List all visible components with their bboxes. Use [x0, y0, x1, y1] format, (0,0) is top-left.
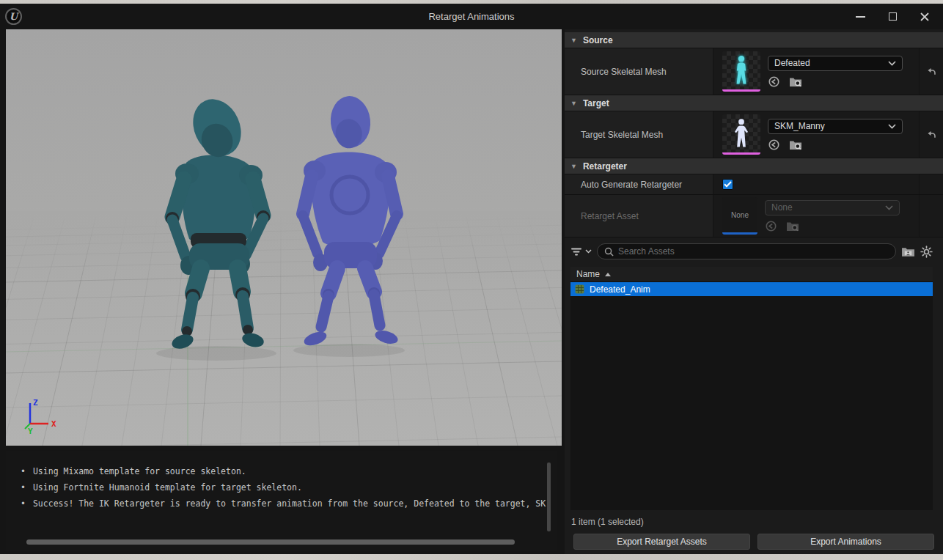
retarget-asset-dropdown: None	[765, 200, 900, 215]
retarget-animations-window: U Retarget Animations	[0, 4, 943, 554]
use-selected-asset-icon[interactable]	[768, 75, 780, 88]
characters-layer: Z X Y	[6, 29, 562, 446]
section-header-target[interactable]: ▼ Target	[565, 95, 943, 111]
source-mesh-dropdown[interactable]: Defeated	[768, 56, 903, 71]
retarget-asset-thumbnail[interactable]: None	[722, 197, 757, 235]
asset-list: Name Defeated_Anim	[570, 267, 933, 510]
filter-button[interactable]	[570, 246, 592, 257]
reset-to-default-icon[interactable]	[925, 66, 937, 77]
close-button[interactable]	[920, 12, 930, 22]
retarget-asset-row: Retarget Asset None None	[565, 195, 943, 237]
skeletal-mesh-color-bar	[722, 89, 760, 92]
name-column-header[interactable]: Name	[570, 267, 933, 282]
output-log: •Using Mixamo template for source skelet…	[6, 451, 557, 551]
search-assets-input[interactable]	[618, 246, 889, 257]
browse-to-asset-icon[interactable]	[789, 139, 802, 150]
settings-gear-icon[interactable]	[920, 246, 933, 258]
details-panel: ▼ Source Source Skeletal Mesh D	[565, 29, 943, 554]
axis-gizmo: Z X Y	[25, 398, 56, 436]
unreal-logo-icon: U	[5, 8, 22, 25]
export-animations-button[interactable]: Export Animations	[757, 534, 934, 550]
use-selected-asset-icon[interactable]	[768, 139, 780, 151]
chevron-down-icon	[585, 249, 592, 254]
log-vertical-scrollbar[interactable]	[547, 463, 551, 531]
log-line: •Using Mixamo template for source skelet…	[21, 463, 547, 479]
source-mesh-thumbnail[interactable]	[722, 51, 760, 92]
use-selected-asset-icon	[765, 220, 777, 232]
collapse-triangle-icon: ▼	[570, 100, 577, 107]
animation-asset-icon	[575, 284, 584, 294]
minimize-button[interactable]	[855, 12, 865, 22]
viewport-3d[interactable]: Z X Y	[6, 29, 562, 446]
property-label: Target Skeletal Mesh	[565, 111, 713, 158]
window-title: Retarget Animations	[0, 11, 943, 22]
folder-view-icon[interactable]	[901, 246, 915, 257]
property-label: Source Skeletal Mesh	[565, 48, 713, 95]
source-skeletal-mesh-row: Source Skeletal Mesh Defeated	[565, 48, 943, 95]
target-skeletal-mesh-row: Target Skeletal Mesh SKM_Manny	[565, 111, 943, 158]
auto-generate-checkbox[interactable]	[722, 179, 733, 190]
export-buttons-row: Export Retarget Assets Export Animations	[573, 534, 934, 554]
selection-status: 1 item (1 selected)	[571, 517, 943, 528]
source-character[interactable]	[166, 92, 270, 351]
search-icon	[604, 247, 614, 257]
target-mesh-dropdown[interactable]: SKM_Manny	[768, 119, 903, 134]
browse-to-asset-icon	[786, 220, 799, 232]
target-character[interactable]	[302, 94, 399, 348]
property-label: Retarget Asset	[565, 195, 713, 237]
target-mesh-thumbnail[interactable]	[722, 114, 760, 155]
log-line: •Using Fortnite Humanoid template for ta…	[21, 479, 547, 495]
export-retarget-assets-button[interactable]: Export Retarget Assets	[573, 534, 750, 550]
close-icon	[920, 12, 930, 22]
retargeter-color-bar	[722, 232, 757, 235]
browse-to-asset-icon[interactable]	[789, 75, 802, 87]
axis-z-label: Z	[33, 398, 38, 408]
log-line: •Success! The IK Retargeter is ready to …	[21, 495, 547, 512]
auto-generate-retargeter-row: Auto Generate Retargeter	[565, 174, 943, 195]
background-app-strip-bottom	[0, 554, 943, 560]
bullet-icon: •	[21, 482, 26, 493]
section-header-source[interactable]: ▼ Source	[565, 32, 943, 48]
chevron-down-icon	[888, 61, 896, 66]
asset-search-row	[570, 243, 933, 260]
axis-x-label: X	[51, 419, 56, 429]
target-mesh-figure-icon	[732, 118, 751, 149]
source-mesh-figure-icon	[732, 55, 751, 86]
bullet-icon: •	[21, 466, 26, 476]
log-horizontal-scrollbar[interactable]	[26, 539, 515, 545]
collapse-triangle-icon: ▼	[570, 163, 577, 170]
skeletal-mesh-color-bar	[722, 152, 760, 155]
check-icon	[724, 181, 732, 188]
reset-to-default-icon[interactable]	[925, 129, 937, 140]
chevron-down-icon	[885, 205, 893, 210]
title-bar[interactable]: U Retarget Animations	[0, 4, 943, 29]
collapse-triangle-icon: ▼	[570, 37, 577, 44]
property-label: Auto Generate Retargeter	[565, 174, 713, 194]
search-assets-box[interactable]	[597, 243, 896, 259]
chevron-down-icon	[888, 124, 896, 129]
asset-row-defeated-anim[interactable]: Defeated_Anim	[570, 282, 933, 296]
axis-y-label: Y	[28, 427, 33, 436]
filter-icon	[570, 246, 582, 257]
bullet-icon: •	[21, 498, 26, 509]
sort-ascending-icon	[605, 273, 611, 276]
maximize-button[interactable]	[887, 12, 898, 22]
section-header-retargeter[interactable]: ▼ Retargeter	[565, 158, 943, 174]
